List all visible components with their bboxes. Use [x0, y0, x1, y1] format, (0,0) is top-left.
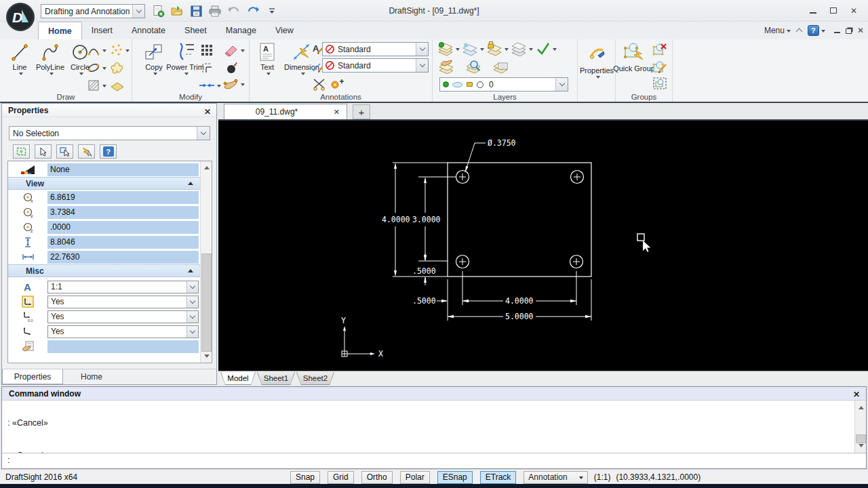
freeze-layer-button[interactable]: [462, 41, 484, 57]
sheet-tab-sheet2[interactable]: Sheet2: [296, 372, 334, 385]
smart-dimension-button[interactable]: [330, 76, 344, 92]
view-center-x-row[interactable]: x 6.8619: [8, 190, 200, 205]
ucs-per-viewport-dropdown[interactable]: [186, 326, 198, 338]
show-ucs-row[interactable]: Yes: [8, 294, 200, 309]
help-button[interactable]: ?: [808, 25, 825, 36]
pointer-button[interactable]: [35, 144, 52, 159]
delete-button[interactable]: [224, 42, 245, 58]
layers-manager-button[interactable]: [437, 41, 460, 57]
activate-layer-button[interactable]: [438, 58, 454, 75]
close-button[interactable]: ✕: [844, 3, 864, 18]
panel-tab-properties[interactable]: Properties: [2, 369, 63, 384]
scroll-up-icon[interactable]: [201, 161, 212, 171]
text-button[interactable]: A Text: [255, 42, 279, 76]
cmd-scroll-up-icon[interactable]: [856, 401, 866, 411]
doc-minimize-button[interactable]: [834, 28, 840, 33]
tab-annotate[interactable]: Annotate: [122, 22, 175, 39]
view-center-y-row[interactable]: y 3.7384: [8, 205, 200, 220]
snap-toggle[interactable]: Snap: [290, 471, 320, 484]
offset-button[interactable]: [200, 60, 214, 76]
properties-help-button[interactable]: ?: [100, 144, 117, 159]
new-document-tab-button[interactable]: +: [353, 104, 370, 119]
annotation-scale-dropdown[interactable]: [186, 281, 198, 293]
pattern-button[interactable]: [200, 42, 214, 58]
document-tab-close-icon[interactable]: ✕: [334, 108, 340, 117]
draftsight-logo[interactable]: D: [5, 2, 35, 32]
text-style-dropdown[interactable]: [416, 43, 428, 56]
menu-button[interactable]: Menu: [764, 26, 791, 35]
point-button[interactable]: [110, 42, 130, 58]
etrack-toggle[interactable]: ETrack: [480, 471, 517, 484]
line-button[interactable]: Line: [7, 42, 33, 76]
layer-preview-row[interactable]: None: [8, 162, 200, 177]
ungroup-button[interactable]: [652, 41, 667, 58]
ucs-at-origin-dropdown[interactable]: [186, 311, 198, 323]
dim-style-combo[interactable]: Standard: [322, 58, 429, 73]
view-height-row[interactable]: 8.8046: [8, 235, 200, 249]
view-center-z-row[interactable]: z .0000: [8, 220, 200, 235]
annotation-scale-row[interactable]: A 1:1: [8, 279, 200, 294]
notes-row[interactable]: [8, 339, 200, 354]
select-entities-button[interactable]: [13, 144, 30, 159]
sheet-tab-model[interactable]: Model: [220, 372, 256, 385]
doc-close-button[interactable]: ✕: [857, 26, 864, 35]
selection-combo[interactable]: No Selection: [9, 126, 210, 140]
explode-button[interactable]: [225, 60, 239, 76]
minimize-button[interactable]: [803, 3, 823, 18]
view-width-row[interactable]: 22.7630: [8, 249, 200, 264]
command-window-close-icon[interactable]: ✕: [853, 388, 860, 401]
tab-home[interactable]: Home: [38, 22, 82, 39]
layer-properties-button[interactable]: [492, 58, 509, 75]
ucs-at-origin-row[interactable]: 0,0 Yes: [8, 309, 200, 324]
misc-section-header[interactable]: Misc: [8, 264, 200, 277]
select-group-button[interactable]: [652, 75, 667, 92]
panel-tab-home[interactable]: Home: [64, 369, 119, 384]
view-section-header[interactable]: View: [8, 177, 200, 190]
collapse-ribbon-icon[interactable]: [795, 28, 802, 35]
copy-button[interactable]: Copy: [140, 42, 167, 76]
polar-toggle[interactable]: Polar: [400, 471, 430, 484]
scroll-down-icon[interactable]: [201, 352, 212, 363]
ucs-per-viewport-row[interactable]: Yes: [8, 324, 200, 339]
layer-combo[interactable]: 0: [439, 77, 568, 92]
power-trim-button[interactable]: Power Trim: [167, 42, 203, 76]
arc-button[interactable]: [87, 42, 106, 58]
drawing-canvas[interactable]: Ø.3750 4.0000 3.0000 .5000: [218, 121, 868, 371]
properties-scrollbar[interactable]: [200, 161, 212, 363]
select-with-box-button[interactable]: [56, 144, 73, 159]
cmd-scroll-down-icon[interactable]: [856, 442, 866, 452]
quick-select-button[interactable]: [78, 144, 95, 159]
hatch-button[interactable]: [87, 77, 106, 94]
lock-layer-button[interactable]: [486, 41, 509, 57]
text-style-combo[interactable]: Standard: [322, 42, 429, 56]
show-ucs-dropdown[interactable]: [186, 296, 198, 308]
tab-view[interactable]: View: [266, 22, 303, 39]
esnap-toggle[interactable]: ESnap: [437, 471, 473, 484]
command-log[interactable]: : «Cancel» : «Cancel» : «Cancel» : ._MAI…: [2, 401, 866, 453]
dim-style-dropdown[interactable]: [416, 59, 428, 72]
layer-preview-button[interactable]: [465, 58, 481, 75]
document-tab-active[interactable]: 09_11.dwg* ✕: [224, 104, 347, 119]
command-prompt[interactable]: :: [2, 453, 866, 468]
properties-button[interactable]: Properties: [578, 45, 616, 79]
maximize-button[interactable]: [823, 3, 844, 18]
layer-combo-dropdown[interactable]: [555, 78, 568, 91]
wipeout-button[interactable]: [312, 76, 327, 92]
tab-sheet[interactable]: Sheet: [175, 22, 216, 39]
tab-manage[interactable]: Manage: [216, 22, 266, 39]
grid-toggle[interactable]: Grid: [328, 471, 354, 484]
selection-dropdown[interactable]: [197, 127, 210, 140]
layer-check-button[interactable]: [536, 41, 557, 57]
quick-group-button[interactable]: Quick Group: [618, 41, 650, 73]
polyline-button[interactable]: PolyLine: [33, 42, 68, 76]
revision-cloud-button[interactable]: [110, 60, 125, 76]
sheet-tab-sheet1[interactable]: Sheet1: [257, 372, 295, 385]
tab-insert[interactable]: Insert: [82, 22, 122, 39]
command-scrollbar[interactable]: [854, 401, 866, 453]
stretch-button[interactable]: [222, 76, 245, 92]
command-window[interactable]: Command window✕ : «Cancel» : «Cancel» : …: [1, 386, 867, 469]
ortho-toggle[interactable]: Ortho: [361, 471, 393, 484]
layer-stack-button[interactable]: [511, 41, 533, 57]
ellipse-button[interactable]: [87, 60, 106, 76]
edit-group-button[interactable]: [652, 59, 667, 75]
